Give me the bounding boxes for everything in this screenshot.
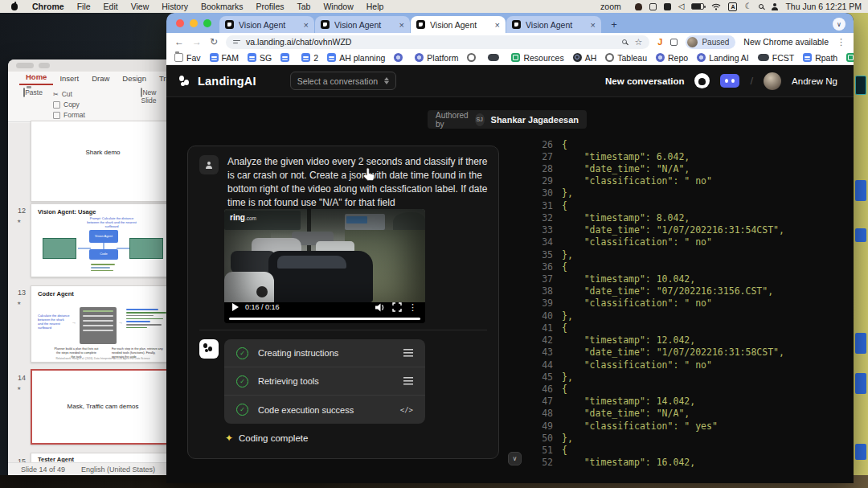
ribbon-tab-draw[interactable]: Draw: [85, 72, 116, 85]
tab-search-button[interactable]: ∨: [833, 18, 845, 31]
language-label[interactable]: English (United States): [81, 465, 155, 474]
discord-icon[interactable]: [720, 74, 739, 88]
new-slide-button[interactable]: New Slide: [135, 88, 162, 105]
minimize-window-button[interactable]: [190, 19, 198, 27]
close-tab-icon[interactable]: ×: [591, 20, 596, 30]
close-tab-icon[interactable]: ×: [399, 20, 404, 30]
forward-button[interactable]: →: [192, 37, 202, 47]
flower-icon: [697, 53, 706, 62]
url-text[interactable]: va.landing.ai/chat/ovhnWZD: [246, 37, 351, 47]
menu-window[interactable]: Window: [317, 2, 359, 11]
wifi-icon[interactable]: [711, 3, 721, 10]
conversation-select[interactable]: Select a conversation: [290, 72, 396, 90]
profile-chip[interactable]: Paused: [686, 35, 735, 49]
bookmark-landing-ai[interactable]: Landing AI: [697, 53, 749, 63]
screenshot-menubar-icon[interactable]: [649, 3, 657, 10]
bookmark-tracking[interactable]: Tracking: [846, 53, 854, 63]
chat-card: Analyze the given video every 2 seconds …: [187, 146, 499, 459]
new-conversation-button[interactable]: New conversation: [605, 76, 684, 86]
display-menubar-icon[interactable]: [664, 3, 671, 10]
address-bar[interactable]: va.landing.ai/chat/ovhnWZD ☆: [226, 35, 649, 49]
tab-vision-agent-1[interactable]: Vision Agent ×: [219, 16, 314, 33]
copy-button[interactable]: Copy: [53, 100, 85, 109]
tab-vision-agent-2[interactable]: Vision Agent ×: [315, 16, 410, 33]
menu-view[interactable]: View: [125, 2, 156, 11]
slide-thumbnail-coder-agent[interactable]: Coder Agent Calculate the distance betwe…: [31, 285, 175, 363]
cut-button[interactable]: ✂Cut: [53, 90, 85, 98]
back-button[interactable]: ←: [174, 37, 184, 47]
fullscreen-icon[interactable]: [392, 302, 402, 312]
github-menubar-icon[interactable]: [635, 3, 642, 10]
ribbon-tab-home[interactable]: Home: [19, 71, 53, 85]
bookmark-resources[interactable]: Resources: [511, 53, 563, 63]
menu-file[interactable]: File: [71, 2, 97, 11]
volume-menubar-icon[interactable]: ◁: [678, 2, 685, 10]
input-source-icon[interactable]: A: [728, 2, 737, 11]
reload-button[interactable]: ↻: [210, 37, 218, 47]
focus-moon-icon[interactable]: ☾: [744, 2, 751, 10]
bookmark-platform[interactable]: Platform: [415, 53, 458, 63]
ribbon-tab-insert[interactable]: Insert: [53, 72, 85, 85]
bookmark-unlabeled[interactable]: [488, 54, 502, 61]
browser-menu-icon[interactable]: ⋮: [837, 37, 845, 47]
menu-edit[interactable]: Edit: [97, 2, 125, 11]
menu-tab[interactable]: Tab: [290, 2, 317, 11]
paste-button[interactable]: Paste: [21, 88, 45, 96]
extensions-icon[interactable]: [670, 39, 678, 46]
video-progress-bar[interactable]: [229, 318, 420, 321]
task-code-execution-success[interactable]: ✓ Code execution success </>: [224, 396, 425, 424]
bookmark-unlabeled[interactable]: [467, 53, 479, 62]
bookmark-ah[interactable]: AH: [573, 53, 597, 63]
menu-help[interactable]: Help: [360, 2, 391, 11]
landingai-logo[interactable]: LandingAI: [179, 75, 256, 88]
site-settings-icon[interactable]: [233, 40, 240, 44]
bookmark-rpath[interactable]: Rpath: [803, 53, 837, 63]
task-retrieving-tools[interactable]: ✓ Retrieving tools: [224, 367, 425, 396]
menu-app-name[interactable]: Chrome: [26, 2, 71, 11]
menu-profiles[interactable]: Profiles: [249, 2, 290, 11]
menubar-zoom-app[interactable]: zoom: [594, 2, 628, 11]
bookmark-fav-folder[interactable]: Fav: [174, 53, 201, 63]
scroll-to-bottom-button[interactable]: ∨: [508, 452, 522, 465]
bookmark-fcst[interactable]: FCST: [758, 53, 794, 63]
bookmark-unlabeled[interactable]: [394, 53, 406, 62]
task-creating-instructions[interactable]: ✓ Creating instructions: [224, 339, 425, 367]
bookmark-star-icon[interactable]: ☆: [634, 38, 642, 47]
user-switch-icon[interactable]: [771, 3, 778, 10]
menu-history[interactable]: History: [155, 2, 194, 11]
video-player[interactable]: ring.com 0:16 / 0:16 ⋮: [224, 209, 425, 323]
menubar-clock[interactable]: Thu Jun 6 12:21 PM: [785, 2, 862, 11]
tab-vision-agent-3-active[interactable]: Vision Agent ×: [411, 16, 506, 33]
video-menu-icon[interactable]: ⋮: [408, 302, 417, 313]
code-line: 46{: [526, 383, 784, 395]
close-tab-icon[interactable]: ×: [304, 20, 309, 30]
volume-icon[interactable]: [375, 303, 386, 312]
user-avatar[interactable]: [764, 72, 781, 90]
github-icon[interactable]: [694, 73, 710, 88]
slide-thumbnail-shark-demo[interactable]: Shark demo: [31, 121, 175, 202]
spotlight-icon[interactable]: [759, 4, 764, 9]
format-painter-button[interactable]: Format: [53, 111, 85, 119]
slide-thumbnail-vision-agent-usage[interactable]: Vision Agent: Usage Prompt: Calculate th…: [31, 203, 175, 277]
ribbon-tab-design[interactable]: Design: [116, 72, 153, 85]
tab-vision-agent-4[interactable]: Vision Agent ×: [506, 16, 601, 33]
bookmark-fam[interactable]: FAM: [210, 53, 240, 63]
bookmark-unlabeled[interactable]: [280, 53, 293, 62]
bookmark-2[interactable]: 2: [301, 53, 318, 63]
play-icon[interactable]: [232, 303, 239, 311]
slide-thumbnail-mask-traffic-cam[interactable]: Mask, Traffic cam demos: [31, 369, 175, 445]
bookmark-repo[interactable]: Repo: [656, 53, 688, 63]
bookmark-ah-planning[interactable]: AH planning: [327, 53, 385, 63]
new-tab-button[interactable]: +: [607, 17, 621, 31]
apple-menu-icon[interactable]: [11, 3, 18, 10]
chrome-update-button[interactable]: New Chrome available: [743, 37, 829, 47]
close-window-button[interactable]: [176, 19, 184, 27]
bookmark-sg[interactable]: SG: [248, 53, 272, 63]
menu-bookmarks[interactable]: Bookmarks: [194, 2, 250, 11]
search-icon[interactable]: [622, 39, 627, 44]
zoom-window-button[interactable]: [203, 19, 211, 27]
battery-icon[interactable]: [691, 3, 704, 10]
bookmark-tableau[interactable]: Tableau: [605, 53, 647, 63]
close-tab-icon[interactable]: ×: [495, 20, 500, 30]
j-extension-icon[interactable]: J: [657, 37, 662, 47]
